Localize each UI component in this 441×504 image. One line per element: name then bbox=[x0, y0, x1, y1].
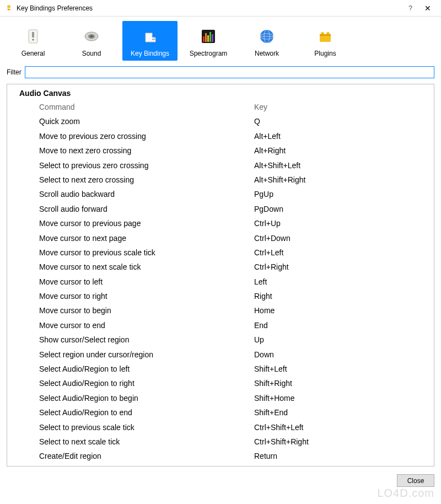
binding-row[interactable]: Select region under cursor/regionDown bbox=[19, 347, 428, 362]
binding-row[interactable]: Select Audio/Region to endShift+End bbox=[19, 405, 428, 420]
binding-row[interactable]: Move cursor to next markerCtrl+Alt+Right bbox=[19, 464, 428, 466]
binding-command: Select Audio/Region to left bbox=[39, 363, 254, 375]
filter-row: Filter bbox=[0, 62, 441, 83]
svg-rect-21 bbox=[320, 34, 331, 36]
tab-network[interactable]: Network bbox=[239, 21, 294, 61]
tab-label: Spectrogram bbox=[190, 50, 228, 57]
binding-key: Ctrl+Right bbox=[254, 261, 428, 273]
binding-command: Select Audio/Region to right bbox=[39, 377, 254, 389]
help-icon[interactable]: ? bbox=[408, 4, 412, 12]
binding-command: Move cursor to right bbox=[39, 290, 254, 302]
binding-row[interactable]: Move cursor to previous pageCtrl+Up bbox=[19, 216, 428, 230]
key-icon: ↵ bbox=[139, 25, 161, 47]
binding-command: Move cursor to next marker bbox=[39, 465, 254, 466]
binding-command: Scroll audio forward bbox=[39, 203, 254, 215]
binding-row[interactable]: Select to next scale tickCtrl+Shift+Righ… bbox=[19, 435, 428, 449]
tab-label: Key Bindings bbox=[131, 50, 169, 57]
binding-command: Select to previous scale tick bbox=[39, 421, 254, 433]
footer: Close bbox=[0, 470, 441, 491]
switch-icon bbox=[22, 25, 44, 47]
binding-command: Move to next zero crossing bbox=[39, 144, 254, 157]
binding-command: Move to previous zero crossing bbox=[39, 130, 254, 142]
tab-plugins[interactable]: Plugins bbox=[298, 21, 353, 61]
binding-command: Move cursor to next scale tick bbox=[39, 261, 254, 273]
tab-general[interactable]: General bbox=[6, 21, 61, 61]
binding-command: Move cursor to previous scale tick bbox=[39, 246, 254, 259]
binding-row[interactable]: Move to previous zero crossingAlt+Left bbox=[19, 129, 428, 143]
binding-key: Shift+Left bbox=[254, 363, 428, 375]
section-title: Audio Canvas bbox=[19, 88, 428, 100]
binding-command: Select to previous zero crossing bbox=[39, 159, 254, 171]
tab-key-bindings[interactable]: ↵ Key Bindings bbox=[122, 21, 178, 61]
binding-row[interactable]: Select Audio/Region to leftShift+Left bbox=[19, 362, 428, 376]
binding-row[interactable]: Move cursor to rightRight bbox=[19, 289, 428, 303]
header-key: Key bbox=[254, 101, 428, 113]
binding-key: Left bbox=[254, 276, 428, 288]
binding-row[interactable]: Select to next zero crossingAlt+Shift+Ri… bbox=[19, 173, 428, 187]
binding-key: PgDown bbox=[254, 203, 428, 215]
binding-row[interactable]: Move cursor to leftLeft bbox=[19, 275, 428, 289]
binding-row[interactable]: Select Audio/Region to beginShift+Home bbox=[19, 391, 428, 405]
globe-icon bbox=[256, 25, 278, 47]
tab-label: Plugins bbox=[314, 50, 336, 57]
binding-key: Shift+End bbox=[254, 406, 428, 419]
binding-command: Select to next scale tick bbox=[39, 436, 254, 448]
svg-point-6 bbox=[90, 36, 93, 37]
binding-key: Alt+Left bbox=[254, 130, 428, 142]
binding-row[interactable]: Move cursor to previous scale tickCtrl+L… bbox=[19, 245, 428, 260]
svg-text:↵: ↵ bbox=[152, 37, 156, 42]
bindings-scroll[interactable]: Audio Canvas Command Key Quick zoomQMove… bbox=[7, 84, 434, 466]
binding-key: Alt+Right bbox=[254, 144, 428, 157]
header-command: Command bbox=[39, 101, 254, 113]
binding-row[interactable]: Move cursor to next scale tickCtrl+Right bbox=[19, 260, 428, 274]
binding-command: Quick zoom bbox=[39, 115, 254, 127]
svg-point-3 bbox=[33, 39, 34, 41]
close-icon[interactable]: ✕ bbox=[422, 4, 433, 13]
binding-key: Right bbox=[254, 290, 428, 302]
binding-key: End bbox=[254, 319, 428, 331]
tab-label: Sound bbox=[82, 50, 101, 57]
binding-row[interactable]: Move cursor to beginHome bbox=[19, 303, 428, 318]
binding-key: Alt+Shift+Right bbox=[254, 174, 428, 186]
filter-input[interactable] bbox=[25, 66, 434, 78]
binding-row[interactable]: Move cursor to endEnd bbox=[19, 318, 428, 333]
binding-row[interactable]: Quick zoomQ bbox=[19, 114, 428, 128]
tab-sound[interactable]: Sound bbox=[64, 21, 119, 61]
titlebar: Key Bindings Preferences ? ✕ bbox=[0, 0, 441, 17]
binding-command: Show cursor/Select region bbox=[39, 334, 254, 346]
binding-command: Move cursor to left bbox=[39, 276, 254, 288]
tab-label: Network bbox=[255, 50, 279, 57]
binding-row[interactable]: Show cursor/Select regionUp bbox=[19, 333, 428, 347]
binding-row[interactable]: Move to next zero crossingAlt+Right bbox=[19, 143, 428, 158]
svg-point-0 bbox=[7, 5, 10, 8]
binding-row[interactable]: Create/Edit regionReturn bbox=[19, 449, 428, 463]
toolbar-tabs: General Sound ↵ Key Bindings bbox=[0, 17, 441, 62]
binding-key: Ctrl+Up bbox=[254, 217, 428, 229]
binding-row[interactable]: Scroll audio forwardPgDown bbox=[19, 202, 428, 216]
binding-row[interactable]: Select Audio/Region to rightShift+Right bbox=[19, 376, 428, 390]
binding-command: Select region under cursor/region bbox=[39, 348, 254, 361]
binding-key: Up bbox=[254, 334, 428, 346]
tab-spectrogram[interactable]: Spectrogram bbox=[181, 21, 236, 61]
binding-command: Select Audio/Region to end bbox=[39, 406, 254, 419]
binding-key: Home bbox=[254, 304, 428, 317]
binding-key: Shift+Right bbox=[254, 377, 428, 389]
close-button[interactable]: Close bbox=[397, 474, 434, 487]
binding-key: Shift+Home bbox=[254, 392, 428, 404]
binding-command: Move cursor to next page bbox=[39, 232, 254, 244]
window-title: Key Bindings Preferences bbox=[17, 4, 408, 12]
binding-key: Down bbox=[254, 348, 428, 361]
brick-icon bbox=[314, 25, 336, 47]
binding-row[interactable]: Select to previous scale tickCtrl+Shift+… bbox=[19, 420, 428, 435]
binding-key: Ctrl+Shift+Right bbox=[254, 436, 428, 448]
binding-row[interactable]: Move cursor to next pageCtrl+Down bbox=[19, 231, 428, 245]
binding-command: Move cursor to previous page bbox=[39, 217, 254, 229]
binding-command: Select to next zero crossing bbox=[39, 174, 254, 186]
binding-command: Scroll audio backward bbox=[39, 188, 254, 200]
binding-row[interactable]: Scroll audio backwardPgUp bbox=[19, 187, 428, 201]
binding-row[interactable]: Select to previous zero crossingAlt+Shif… bbox=[19, 158, 428, 173]
binding-command: Move cursor to end bbox=[39, 319, 254, 331]
binding-key: Q bbox=[254, 115, 428, 127]
svg-rect-9 bbox=[203, 36, 205, 42]
speaker-icon bbox=[80, 25, 103, 47]
